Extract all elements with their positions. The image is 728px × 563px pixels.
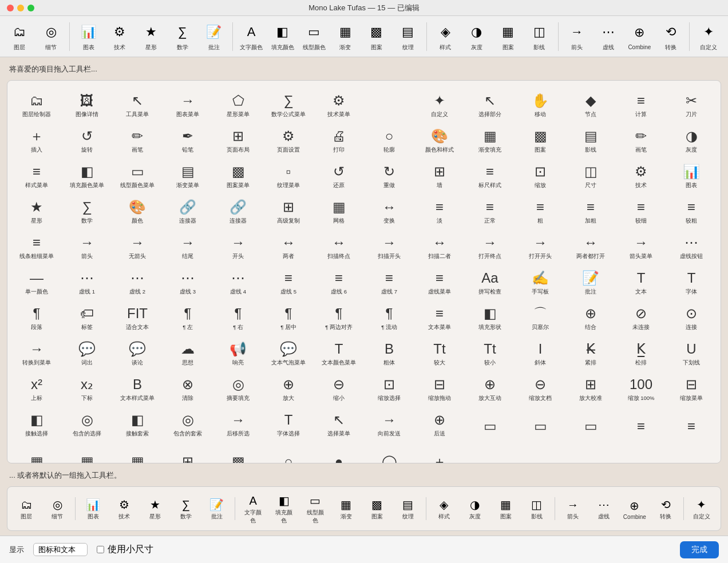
grid-item[interactable]: ⊕ 后送 — [415, 405, 464, 439]
grid-item[interactable]: ¶ ¶ 左 — [163, 298, 212, 332]
maximize-button[interactable] — [27, 5, 34, 11]
toolbar-item-detail[interactable]: ◎ 细节 — [36, 18, 66, 55]
grid-item[interactable]: ○ 轮廓 — [365, 121, 414, 155]
grid-item[interactable]: ☁ 思想 — [163, 334, 212, 368]
grid-item[interactable]: FIT 适合文本 — [113, 298, 162, 332]
grid-item[interactable]: ≡ 标尺样式 — [465, 156, 515, 191]
bottom-item-12[interactable]: ▦ 渐变 — [332, 494, 361, 523]
grid-item[interactable]: ≡ 虚线 5 — [264, 263, 313, 297]
grid-item[interactable]: ⋯ 虚线 4 — [213, 263, 263, 297]
grid-item[interactable]: x² 上标 — [12, 369, 61, 403]
grid-item[interactable]: → 图表菜单 — [163, 85, 212, 120]
toolbar-item-math[interactable]: ∑ 数学 — [167, 18, 197, 55]
bottom-item-19[interactable]: ◫ 影线 — [523, 494, 551, 523]
grid-item[interactable]: 💬 谈论 — [113, 334, 162, 368]
toolbar-item-strokecolor[interactable]: ▭ 线型颜色 — [299, 18, 329, 55]
grid-item[interactable]: ◧ 接触套索 — [113, 405, 162, 439]
grid-item[interactable]: ⊟ 缩放拖动 — [415, 369, 464, 403]
grid-item[interactable]: ↖ 选择菜单 — [314, 405, 363, 439]
toolbar-item-dashes[interactable]: ⋯ 虚线 — [593, 18, 623, 55]
grid-item[interactable]: ↖ 工具菜单 — [113, 85, 162, 120]
grid-item[interactable]: ▦ — [113, 440, 162, 463]
grid-item[interactable]: ↺ 还原 — [314, 156, 363, 191]
grid-item[interactable]: ⊙ 连接 — [667, 298, 716, 332]
grid-item[interactable]: ⊕ 放大互动 — [465, 369, 515, 403]
grid-item[interactable]: Tt 较大 — [415, 334, 464, 368]
grid-item[interactable]: ▭ — [516, 405, 565, 439]
grid-item[interactable]: T 字体选择 — [264, 405, 313, 439]
display-select[interactable]: 图标和文本仅图标仅文本 — [33, 543, 88, 556]
grid-item[interactable]: ¶ 段落 — [12, 298, 61, 332]
grid-item[interactable]: ◯ — [365, 440, 414, 463]
toolbar-item-fillcolor[interactable]: ◧ 填充颜色 — [267, 18, 298, 55]
grid-item[interactable]: ◎ 摘要填充 — [213, 369, 263, 403]
grid-item[interactable]: ¶ ¶ 流动 — [365, 298, 414, 332]
grid-item[interactable]: ↔ 变换 — [365, 192, 414, 226]
bottom-item-22[interactable]: ⋯ 虚线 — [589, 494, 618, 523]
done-button[interactable]: 完成 — [680, 541, 719, 558]
toolbar-item-transform[interactable]: ⟲ 转换 — [656, 18, 686, 55]
grid-item[interactable]: ≡ 虚线 6 — [314, 263, 363, 297]
grid-item[interactable]: ⋯ 虚线 2 — [113, 263, 162, 297]
grid-item[interactable]: ✋ 移动 — [516, 85, 565, 120]
bottom-item-5[interactable]: ★ 星形 — [141, 494, 169, 523]
toolbar-item-gradient[interactable]: ▦ 渐变 — [330, 18, 361, 55]
grid-item[interactable]: ✒ 铅笔 — [163, 121, 212, 155]
grid-item[interactable]: ≡ 文本菜单 — [415, 298, 464, 332]
grid-item[interactable]: ▦ — [62, 440, 112, 463]
grid-item[interactable]: ⚙ 页面设置 — [264, 121, 313, 155]
grid-item[interactable]: I 斜体 — [516, 334, 565, 368]
grid-item[interactable]: ∑ 数学 — [62, 192, 112, 226]
grid-item[interactable]: ⬠ 星形菜单 — [213, 85, 263, 120]
grid-item[interactable]: → 箭头菜单 — [616, 227, 666, 261]
grid-item[interactable]: ⊞ — [163, 440, 212, 463]
grid-item[interactable]: ⋯ 虚线 3 — [163, 263, 212, 297]
bottom-item-7[interactable]: 📝 批注 — [203, 494, 231, 523]
grid-item[interactable]: ⊟ 缩放菜单 — [667, 369, 716, 403]
bottom-item-13[interactable]: ▩ 图案 — [363, 494, 391, 523]
toolbar-item-arrow[interactable]: → 前头 — [562, 18, 592, 55]
grid-item[interactable]: ↔ 扫描终点 — [314, 227, 363, 261]
grid-item[interactable]: ≡ 淡 — [415, 192, 464, 226]
grid-item[interactable]: U 下划线 — [667, 334, 716, 368]
toolbar-item-patterns2[interactable]: ▦ 图案 — [493, 18, 523, 55]
grid-item[interactable]: ✂ 刀片 — [667, 85, 716, 120]
grid-item[interactable]: ∑ 数学公式菜单 — [264, 85, 313, 120]
grid-item[interactable]: ↔ 扫描二者 — [415, 227, 464, 261]
grid-item[interactable]: — 单一颜色 — [12, 263, 61, 297]
bottom-item-4[interactable]: ⚙ 技术 — [110, 494, 139, 523]
grid-item[interactable]: 🔗 连接器 — [163, 192, 212, 226]
grid-item[interactable]: Tt 较小 — [465, 334, 515, 368]
grid-item[interactable]: → 转换到菜单 — [12, 334, 61, 368]
grid-item[interactable]: ⋯ 虚线 1 — [62, 263, 112, 297]
toolbar-item-annotation[interactable]: 📝 批注 — [199, 18, 229, 55]
bottom-item-0[interactable]: 🗂 图层 — [12, 494, 41, 523]
toolbar-item-shadow[interactable]: ◫ 影线 — [524, 18, 555, 55]
bottom-item-9[interactable]: A 文字颜色 — [239, 490, 267, 527]
grid-item[interactable]: ◎ 包含的套索 — [163, 405, 212, 439]
toolbar-item-style[interactable]: ◈ 样式 — [430, 18, 461, 55]
grid-item[interactable]: 🏷 标签 — [62, 298, 112, 332]
grid-item[interactable]: ▭ 线型颜色菜单 — [113, 156, 162, 191]
grid-item[interactable]: ≡ 虚线菜单 — [415, 263, 464, 297]
grid-item[interactable]: T 字体 — [667, 263, 716, 297]
toolbar-item-star[interactable]: ★ 星形 — [136, 18, 167, 55]
grid-item[interactable]: K̲ 松排 — [616, 334, 666, 368]
grid-item[interactable]: ▩ 图案 — [516, 121, 565, 155]
toolbar-item-texture[interactable]: ▤ 纹理 — [393, 18, 423, 55]
grid-item[interactable]: ↔ 两者都打开 — [566, 227, 615, 261]
grid-item[interactable]: 📢 响亮 — [213, 334, 263, 368]
grid-item[interactable]: ⚙ 技术菜单 — [314, 85, 363, 120]
grid-item[interactable]: → 无箭头 — [113, 227, 162, 261]
grid-item[interactable]: ◫ 尺寸 — [566, 156, 615, 191]
grid-item[interactable]: ▤ 影线 — [566, 121, 615, 155]
grid-item[interactable]: 🗂 图层绘制器 — [12, 85, 61, 120]
toolbar-item-custom[interactable]: ✦ 自定义 — [693, 18, 723, 55]
bottom-item-16[interactable]: ◈ 样式 — [430, 494, 458, 523]
grid-item[interactable]: 📝 批注 — [566, 263, 615, 297]
grid-item[interactable]: ⊞ 高级复制 — [264, 192, 313, 226]
bottom-item-18[interactable]: ▦ 图案 — [492, 494, 520, 523]
grid-item[interactable]: ≡ 较细 — [616, 192, 666, 226]
grid-item[interactable]: ↺ 旋转 — [62, 121, 112, 155]
grid-item[interactable]: B 文本样式菜单 — [113, 369, 162, 403]
